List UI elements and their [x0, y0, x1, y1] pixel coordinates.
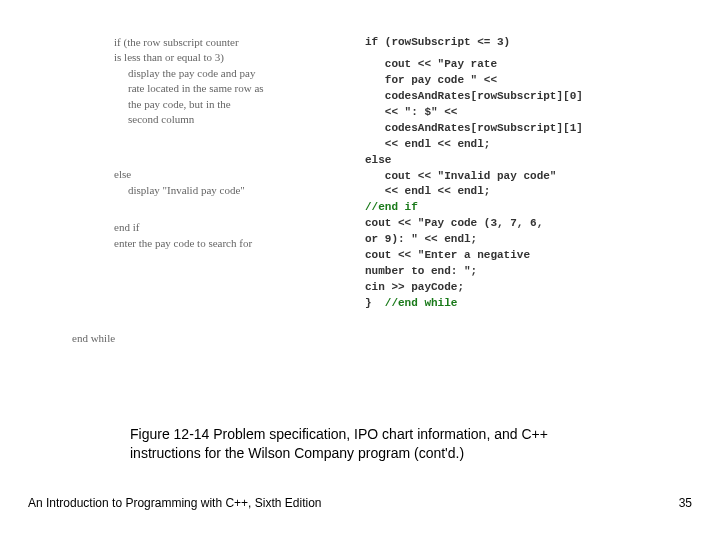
code-comment-line: //end if: [365, 200, 645, 216]
code-line: codesAndRates[rowSubscript][1]: [365, 121, 645, 137]
slide-footer: An Introduction to Programming with C++,…: [28, 496, 692, 510]
figure-content: if (the row subscript counter is less th…: [100, 35, 660, 346]
code-line: << endl << endl;: [365, 137, 645, 153]
code-line: if (rowSubscript <= 3): [365, 35, 645, 51]
pseudo-line: if (the row subscript counter: [114, 35, 335, 50]
code-line: cout << "Pay code (3, 7, 6,: [365, 216, 645, 232]
pseudo-line: end while: [72, 331, 335, 346]
pseudo-line: is less than or equal to 3): [114, 50, 335, 65]
pseudo-line: display "Invalid pay code": [128, 183, 335, 198]
pseudo-line: display the pay code and pay: [128, 66, 335, 81]
code-line: cout << "Invalid pay code": [365, 169, 645, 185]
code-line: else: [365, 153, 645, 169]
page-number: 35: [679, 496, 692, 510]
pseudo-line: second column: [128, 112, 335, 127]
book-title: An Introduction to Programming with C++,…: [28, 496, 321, 510]
code-comment-line: //end while: [385, 297, 458, 309]
cpp-code-column: if (rowSubscript <= 3) cout << "Pay rate…: [365, 35, 645, 346]
pseudo-line: rate located in the same row as: [128, 81, 335, 96]
pseudo-line: enter the pay code to search for: [114, 236, 335, 251]
pseudo-line: end if: [114, 220, 335, 235]
code-line: cout << "Pay rate: [365, 57, 645, 73]
pseudo-line: else: [114, 167, 335, 182]
code-line: << endl << endl;: [365, 184, 645, 200]
figure-caption: Figure 12-14 Problem specification, IPO …: [130, 425, 610, 463]
code-line: cin >> payCode;: [365, 280, 645, 296]
code-line: for pay code " <<: [365, 73, 645, 89]
code-line: or 9): " << endl;: [365, 232, 645, 248]
pseudo-line: the pay code, but in the: [128, 97, 335, 112]
pseudocode-column: if (the row subscript counter is less th…: [100, 35, 335, 346]
code-line: << ": $" <<: [365, 105, 645, 121]
code-endwhile-line: } //end while: [365, 296, 645, 312]
code-line: number to end: ";: [365, 264, 645, 280]
code-line: cout << "Enter a negative: [365, 248, 645, 264]
closing-brace: }: [365, 297, 385, 309]
code-line: codesAndRates[rowSubscript][0]: [365, 89, 645, 105]
